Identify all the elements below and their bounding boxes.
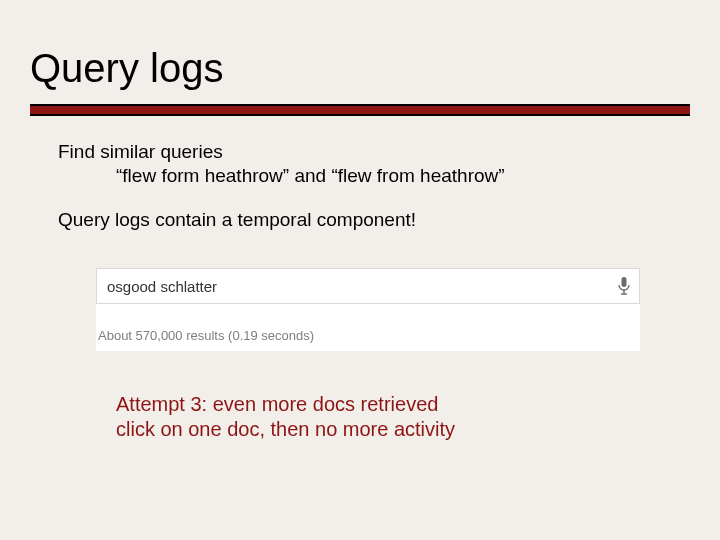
search-query-text: osgood schlatter [107, 278, 617, 295]
attempt-note: Attempt 3: even more docs retrieved clic… [116, 392, 616, 442]
body-line-2: “flew form heathrow” and “flew from heat… [58, 164, 658, 188]
body-line-1: Find similar queries [58, 140, 658, 164]
microphone-icon [617, 276, 631, 296]
slide-title: Query logs [30, 46, 223, 91]
result-stats: About 570,000 results (0.19 seconds) [96, 328, 640, 351]
body-line-3: Query logs contain a temporal component! [58, 208, 658, 232]
search-box: osgood schlatter [96, 268, 640, 304]
search-screenshot: osgood schlatter About 570,000 results (… [96, 268, 640, 351]
attempt-line-2: click on one doc, then no more activity [116, 417, 616, 442]
svg-rect-0 [622, 277, 627, 287]
slide: Query logs Find similar queries “flew fo… [0, 0, 720, 540]
spacer [96, 304, 640, 328]
attempt-line-1: Attempt 3: even more docs retrieved [116, 392, 616, 417]
spacer [58, 188, 658, 208]
title-underline [30, 104, 690, 116]
body-text: Find similar queries “flew form heathrow… [58, 140, 658, 231]
